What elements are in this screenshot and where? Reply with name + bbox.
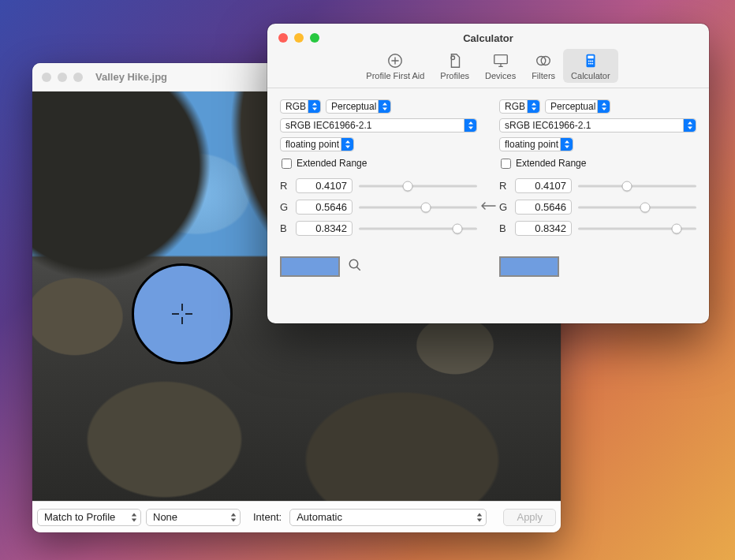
svg-point-18 [588, 63, 590, 65]
channel-row-r: R [499, 178, 696, 193]
channel-g-slider[interactable] [578, 201, 696, 214]
color-profile-select[interactable]: sRGB IEC61966-2.1 [499, 118, 696, 133]
select-value: floating point [505, 139, 558, 150]
channel-r-slider[interactable] [578, 180, 696, 192]
toolbar-label: Filters [532, 71, 555, 80]
minimize-button[interactable] [58, 73, 67, 82]
direction-arrow[interactable] [477, 99, 499, 312]
window-title: Valley Hike.jpg [95, 71, 167, 83]
overlap-circles-icon [535, 52, 552, 69]
channel-label: B [499, 222, 509, 234]
eyedropper-loupe[interactable] [132, 263, 233, 364]
svg-rect-8 [494, 55, 507, 64]
channel-label: G [499, 201, 509, 213]
swatch-row [280, 256, 477, 277]
slider-thumb[interactable] [402, 181, 412, 191]
stepper-arrows-icon [308, 100, 320, 113]
channel-label: G [280, 201, 289, 213]
channel-r-value[interactable] [296, 178, 353, 193]
number-format-select[interactable]: floating point [280, 137, 354, 151]
channel-label: R [280, 180, 289, 192]
svg-line-22 [356, 267, 360, 271]
monitor-icon [492, 52, 509, 69]
channel-g-value[interactable] [515, 200, 572, 215]
select-value: RGB [505, 101, 525, 112]
stepper-arrows-icon [560, 138, 573, 151]
toolbar-label: Profiles [440, 71, 469, 80]
color-mode-select[interactable]: RGB [280, 99, 321, 114]
toolbar-profile-first-aid[interactable]: Profile First Aid [358, 49, 432, 83]
channel-g-slider[interactable] [359, 201, 477, 214]
extended-range-checkbox[interactable]: Extended Range [501, 158, 696, 169]
close-button[interactable] [42, 73, 51, 82]
svg-rect-14 [588, 56, 593, 59]
channel-r-value[interactable] [515, 178, 572, 193]
channel-b-value[interactable] [296, 221, 353, 236]
swatch-row [499, 256, 696, 277]
extended-range-label: Extended Range [516, 158, 586, 169]
toolbar-calculator[interactable]: Calculator [563, 49, 618, 83]
channel-g-value[interactable] [296, 200, 353, 215]
slider-track [578, 185, 696, 187]
calculator-body: RGBPerceptualsRGB IEC61966-2.1floating p… [267, 88, 709, 323]
channel-label: B [280, 222, 289, 234]
zoom-button[interactable] [73, 73, 83, 82]
slider-thumb[interactable] [621, 181, 632, 191]
extended-range-label: Extended Range [297, 158, 367, 169]
slider-thumb[interactable] [672, 223, 682, 233]
toolbar-devices[interactable]: Devices [477, 49, 524, 83]
colorsync-window: Calculator Profile First AidProfilesDevi… [267, 24, 709, 323]
zoom-button[interactable] [310, 33, 319, 43]
slider-thumb[interactable] [420, 202, 431, 212]
extended-range-input[interactable] [501, 159, 511, 169]
window-title: Calculator [463, 32, 513, 44]
svg-point-16 [590, 61, 591, 62]
color-swatch [280, 256, 340, 277]
slider-thumb[interactable] [640, 202, 650, 212]
toolbar-profiles[interactable]: Profiles [432, 49, 477, 83]
crosshair-icon [170, 302, 194, 326]
intent-select[interactable]: Automatic [289, 509, 487, 526]
stepper-arrows-icon [341, 138, 353, 151]
stepper-arrows-icon [378, 100, 390, 113]
number-format-select[interactable]: floating point [499, 137, 573, 151]
destination-profile-select[interactable]: None [146, 509, 241, 526]
channel-row-g: G [280, 200, 477, 215]
apply-button[interactable]: Apply [503, 509, 556, 526]
color-mode-select[interactable]: RGB [499, 99, 540, 114]
toolbar-filters[interactable]: Filters [524, 49, 563, 83]
stepper-arrows-icon [527, 100, 539, 113]
calc-header: Calculator Profile First AidProfilesDevi… [267, 24, 709, 88]
rendering-intent-select[interactable]: Perceptual [326, 99, 391, 114]
color-profile-select[interactable]: sRGB IEC61966-2.1 [280, 118, 477, 133]
svg-point-15 [588, 61, 590, 62]
channel-r-slider[interactable] [359, 180, 477, 192]
intent-label: Intent: [253, 511, 282, 523]
extended-range-checkbox[interactable]: Extended Range [282, 158, 477, 169]
extended-range-input[interactable] [282, 159, 292, 169]
destination-pane: RGBPerceptualsRGB IEC61966-2.1floating p… [499, 99, 696, 312]
slider-thumb[interactable] [453, 223, 463, 233]
svg-point-7 [451, 56, 455, 60]
channel-b-slider[interactable] [359, 222, 477, 235]
match-mode-select[interactable]: Match to Profile [37, 509, 141, 526]
rendering-intent-select[interactable]: Perceptual [545, 99, 610, 114]
close-button[interactable] [278, 33, 288, 43]
channel-b-value[interactable] [515, 221, 572, 236]
svg-point-20 [591, 63, 593, 65]
svg-point-19 [590, 63, 591, 65]
channel-label: R [499, 180, 509, 192]
minimize-button[interactable] [294, 33, 304, 43]
select-value: sRGB IEC61966-2.1 [505, 120, 591, 131]
channel-b-slider[interactable] [578, 222, 696, 235]
select-value: Perceptual [550, 101, 595, 112]
stepper-arrows-icon [464, 119, 476, 132]
select-value: floating point [285, 139, 339, 150]
channel-row-r: R [280, 178, 477, 193]
channel-row-b: B [280, 221, 477, 236]
document-gear-icon [446, 52, 464, 69]
eyedropper-button[interactable] [348, 258, 362, 275]
select-value: RGB [285, 101, 306, 112]
stepper-arrows-icon [683, 119, 696, 132]
svg-point-17 [591, 61, 593, 62]
